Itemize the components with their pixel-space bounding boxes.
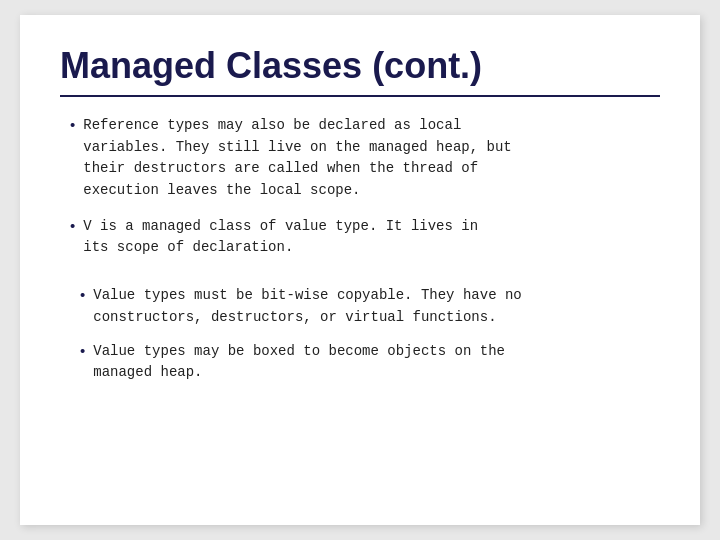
bullet-text: Value types must be bit-wise copyable. T… xyxy=(93,285,521,328)
bullet-text: Reference types may also be declared as … xyxy=(83,115,511,202)
bullet-text: Value types may be boxed to become objec… xyxy=(93,341,505,384)
bullet-text: V is a managed class of value type. It l… xyxy=(83,216,478,259)
slide: Managed Classes (cont.) • Reference type… xyxy=(20,15,700,525)
list-item: • Value types may be boxed to become obj… xyxy=(80,341,660,384)
bullet-marker: • xyxy=(70,116,75,133)
slide-title: Managed Classes (cont.) xyxy=(60,45,660,87)
bullet-marker: • xyxy=(80,286,85,303)
slide-content: • Reference types may also be declared a… xyxy=(60,115,660,495)
list-item: • Reference types may also be declared a… xyxy=(70,115,660,202)
title-divider xyxy=(60,95,660,97)
bullet-marker: • xyxy=(80,342,85,359)
list-item: • Value types must be bit-wise copyable.… xyxy=(80,285,660,328)
list-item: • V is a managed class of value type. It… xyxy=(70,216,660,259)
sub-bullet-list: • Value types must be bit-wise copyable.… xyxy=(80,285,660,384)
bullet-marker: • xyxy=(70,217,75,234)
